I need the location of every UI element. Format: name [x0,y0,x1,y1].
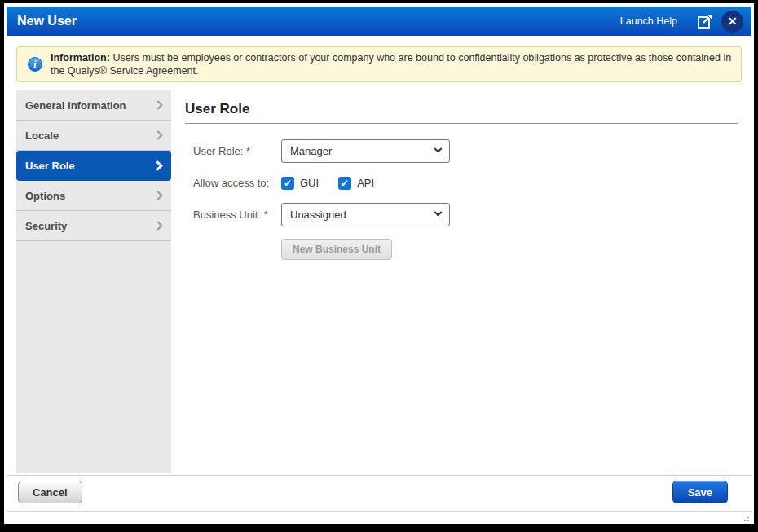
chevron-right-icon [153,221,162,230]
user-role-label: User Role: * [185,145,281,157]
sidebar-nav: General Information Locale User Role Opt… [16,90,171,473]
business-unit-row: Business Unit: * Unassigned [185,203,742,226]
resize-grip[interactable] [740,512,750,522]
sidebar-item-locale[interactable]: Locale [16,121,171,151]
close-button[interactable]: ✕ [721,11,743,33]
information-banner: i Information: Users must be employees o… [16,46,742,82]
section-heading-wrap: User Role [185,101,738,124]
launch-help-link[interactable]: Launch Help [620,15,677,27]
chevron-right-icon [153,130,162,139]
gui-checkbox[interactable]: ✓ [281,177,294,190]
check-icon: ✓ [341,178,349,188]
close-icon: ✕ [728,15,738,27]
dialog-title: New User [17,14,620,29]
chevron-right-icon [152,160,163,171]
gui-checkbox-wrap[interactable]: ✓ GUI [281,177,319,190]
info-icon: i [28,57,42,72]
user-role-row: User Role: * Manager [185,139,742,163]
cancel-button[interactable]: Cancel [18,481,82,503]
popout-icon[interactable] [697,13,713,29]
page-title: User Role [185,101,738,117]
api-checkbox-wrap[interactable]: ✓ API [338,177,374,190]
save-button[interactable]: Save [672,481,728,503]
chevron-right-icon [153,191,162,200]
gui-checkbox-label: GUI [300,177,319,189]
new-business-unit-row: New Business Unit [185,239,742,260]
sidebar-item-options[interactable]: Options [16,181,171,211]
information-text: Information: Users must be employees or … [51,51,741,77]
check-icon: ✓ [284,178,292,188]
information-label: Information: [51,52,110,64]
api-checkbox-label: API [357,177,374,189]
footer-separator [7,475,751,476]
allow-access-label: Allow access to: [185,177,281,189]
chevron-down-icon [434,209,443,217]
allow-access-row: Allow access to: ✓ GUI ✓ API [185,176,742,190]
business-unit-selected-value: Unassigned [290,209,346,221]
api-checkbox[interactable]: ✓ [338,177,351,190]
main-content: User Role User Role: * Manager Allow acc… [185,90,742,473]
sidebar-item-general-information[interactable]: General Information [16,90,171,121]
user-role-selected-value: Manager [290,145,332,157]
sidebar-item-security[interactable]: Security [16,211,171,241]
business-unit-select[interactable]: Unassigned [281,203,450,226]
footer-bar: Cancel Save [18,481,728,503]
bottom-divider [7,511,751,512]
sidebar-item-user-role[interactable]: User Role [16,151,171,181]
user-role-form: User Role: * Manager Allow access to: ✓ … [185,139,742,260]
business-unit-label: Business Unit: * [185,209,281,221]
chevron-right-icon [153,100,162,109]
dialog-titlebar: New User Launch Help ✕ [7,7,751,36]
chevron-down-icon [434,145,443,153]
new-business-unit-button[interactable]: New Business Unit [281,239,392,260]
user-role-select[interactable]: Manager [281,139,450,163]
new-user-dialog: New User Launch Help ✕ i Information: Us… [4,3,754,524]
